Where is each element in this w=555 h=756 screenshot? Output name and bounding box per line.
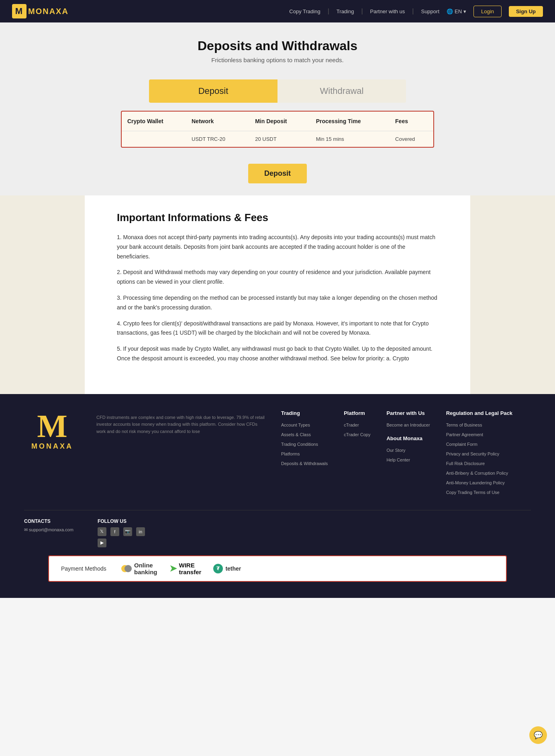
info-section: Important Informations & Fees 1. Monaxa … xyxy=(85,195,470,394)
info-item-4: 4. Crypto fees for client(s)' deposit/wi… xyxy=(117,319,438,338)
twitter-icon[interactable]: 𝕏 xyxy=(98,527,106,536)
footer-link-partner-agreement[interactable]: Partner Agreement xyxy=(446,432,483,437)
navbar: M MONAXA Copy Trading | Trading | Partne… xyxy=(0,0,555,22)
youtube-icon[interactable]: ▶ xyxy=(98,539,106,547)
footer-col-partner: Partner with Us Become an Introducer Abo… xyxy=(386,410,430,498)
deposit-table-section: Crypto Wallet Network Min Deposit Proces… xyxy=(0,103,555,160)
footer-columns: Trading Account Types Assets & Class Tra… xyxy=(281,410,531,498)
nav-links: Copy Trading | Trading | Partner with us… xyxy=(289,6,543,17)
nav-copy-trading[interactable]: Copy Trading xyxy=(289,8,320,14)
hero-section: Deposits and Withdrawals Frictionless ba… xyxy=(0,22,555,71)
table-header-row: Crypto Wallet Network Min Deposit Proces… xyxy=(122,112,433,131)
footer-link-help-center[interactable]: Help Center xyxy=(386,457,410,462)
info-item-5: 5. If your deposit was made by Crypto Wa… xyxy=(117,344,438,364)
footer-link-copy-trading-terms[interactable]: Copy Trading Terms of Use xyxy=(446,490,500,495)
col-fees: Fees xyxy=(390,112,433,131)
instagram-icon[interactable]: 📷 xyxy=(123,527,132,536)
footer-link-privacy[interactable]: Privacy and Security Policy xyxy=(446,451,500,456)
tether-label: tether xyxy=(225,565,241,572)
footer-brand-name: MONAXA xyxy=(31,442,73,451)
footer-link-platforms[interactable]: Platforms xyxy=(281,451,300,456)
footer-link-account-types[interactable]: Account Types xyxy=(281,423,310,427)
deposit-withdrawal-tabs: Deposit Withdrawal xyxy=(149,79,406,103)
footer-col-about-heading: About Monaxa xyxy=(386,435,430,441)
tabs-container: Deposit Withdrawal xyxy=(0,71,555,103)
footer-col-trading-heading: Trading xyxy=(281,410,328,416)
login-button[interactable]: Login xyxy=(473,6,502,17)
online-banking-label: Onlinebanking xyxy=(134,562,157,575)
cell-min-deposit: 20 USDT xyxy=(249,131,310,147)
tab-withdrawal[interactable]: Withdrawal xyxy=(278,79,406,103)
footer-col-platform: Platform cTrader cTrader Copy xyxy=(344,410,370,498)
social-icons: 𝕏 f 📷 in xyxy=(98,527,145,536)
col-min-deposit: Min Deposit xyxy=(249,112,310,131)
footer-col-regulation: Regulation and Legal Pack Terms of Busin… xyxy=(446,410,512,498)
payment-label: Payment Methods xyxy=(61,565,109,572)
footer-contacts: CONTACTS ✉ support@monaxa.com xyxy=(24,518,73,547)
footer-link-antibribery[interactable]: Anti-Bribery & Corruption Policy xyxy=(446,471,508,476)
logo-icon: M xyxy=(12,4,27,18)
footer-logo: M MONAXA xyxy=(24,410,80,451)
footer-link-terms[interactable]: Terms of Business xyxy=(446,423,482,427)
info-item-2: 2. Deposit and Withdrawal methods may va… xyxy=(117,268,438,287)
follow-heading: FOLLOW US xyxy=(98,518,145,524)
col-network: Network xyxy=(186,112,249,131)
deposit-button-wrap: Deposit xyxy=(0,160,555,195)
footer-col-regulation-heading: Regulation and Legal Pack xyxy=(446,410,512,416)
footer-link-ctrader-copy[interactable]: cTrader Copy xyxy=(344,432,370,437)
footer: M MONAXA CFD instruments are complex and… xyxy=(0,394,555,598)
footer-link-our-story[interactable]: Our Story xyxy=(386,448,405,453)
info-heading: Important Informations & Fees xyxy=(117,211,438,224)
nav-support[interactable]: Support xyxy=(421,8,439,14)
footer-bottom: CONTACTS ✉ support@monaxa.com FOLLOW US … xyxy=(24,510,531,547)
deposit-table: Crypto Wallet Network Min Deposit Proces… xyxy=(122,112,433,147)
contact-email: ✉ support@monaxa.com xyxy=(24,527,73,532)
cell-fees: Covered xyxy=(390,131,433,147)
footer-col-trading: Trading Account Types Assets & Class Tra… xyxy=(281,410,328,498)
tether-icon: ₮ xyxy=(213,564,223,573)
footer-col-partner-heading: Partner with Us xyxy=(386,410,430,416)
online-banking-method: Onlinebanking xyxy=(121,562,157,575)
wire-arrow-icon: ➤ xyxy=(169,563,177,574)
nav-trading[interactable]: Trading xyxy=(337,8,354,14)
tether-method: ₮ tether xyxy=(213,564,241,573)
footer-link-risk[interactable]: Full Risk Disclosure xyxy=(446,461,485,466)
logo[interactable]: M MONAXA xyxy=(12,4,69,18)
footer-disclaimer: CFD instruments are complex and come wit… xyxy=(96,410,265,435)
footer-top: M MONAXA CFD instruments are complex and… xyxy=(24,410,531,498)
footer-col-platform-heading: Platform xyxy=(344,410,370,416)
info-item-1: 1. Monaxa does not accept third-party pa… xyxy=(117,233,438,261)
cell-processing-time: Min 15 mins xyxy=(310,131,390,147)
tab-deposit[interactable]: Deposit xyxy=(149,79,278,103)
contacts-heading: CONTACTS xyxy=(24,518,73,524)
wire-transfer-label: WIREtransfer xyxy=(179,562,202,575)
cell-wallet xyxy=(122,131,186,147)
footer-link-introducer[interactable]: Become an Introducer xyxy=(386,423,430,427)
cell-network: USDT TRC-20 xyxy=(186,131,249,147)
footer-link-aml[interactable]: Anti-Money Laundering Policy xyxy=(446,480,505,485)
col-processing-time: Processing Time xyxy=(310,112,390,131)
deposit-table-wrap: Crypto Wallet Network Min Deposit Proces… xyxy=(121,111,434,148)
nav-partner[interactable]: Partner with us xyxy=(370,8,405,14)
payment-methods-bar: Payment Methods Onlinebanking ➤ WIREtran… xyxy=(48,555,507,582)
footer-link-ctrader[interactable]: cTrader xyxy=(344,423,359,427)
wire-transfer-method: ➤ WIREtransfer xyxy=(169,562,202,575)
footer-link-trading-conditions[interactable]: Trading Conditions xyxy=(281,442,318,447)
signup-button[interactable]: Sign Up xyxy=(509,6,543,17)
lang-selector[interactable]: 🌐 EN ▾ xyxy=(447,8,466,14)
info-section-wrapper: Important Informations & Fees 1. Monaxa … xyxy=(0,195,555,394)
footer-link-deposits[interactable]: Deposits & Withdrawals xyxy=(281,461,328,466)
page-title: Deposits and Withdrawals xyxy=(8,39,547,53)
footer-link-assets-class[interactable]: Assets & Class xyxy=(281,432,311,437)
facebook-icon[interactable]: f xyxy=(110,527,119,536)
linkedin-icon[interactable]: in xyxy=(136,527,145,536)
hero-subtitle: Frictionless banking options to match yo… xyxy=(8,57,547,63)
brand-name: MONAXA xyxy=(28,7,69,16)
footer-link-complaint[interactable]: Complaint Form xyxy=(446,442,477,447)
footer-logo-letter: M xyxy=(37,410,67,442)
table-row: USDT TRC-20 20 USDT Min 15 mins Covered xyxy=(122,131,433,147)
online-banking-icon-dot2 xyxy=(124,565,132,572)
payment-methods-list: Onlinebanking ➤ WIREtransfer ₮ tether xyxy=(121,562,241,575)
deposit-button[interactable]: Deposit xyxy=(248,164,307,183)
footer-social: FOLLOW US 𝕏 f 📷 in ▶ xyxy=(98,518,145,547)
